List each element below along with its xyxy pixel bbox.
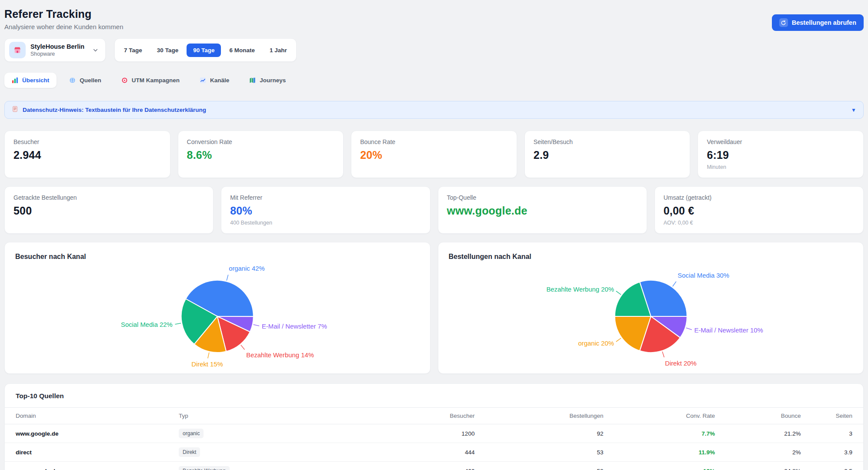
- fetch-orders-label: Bestellungen abrufen: [792, 19, 856, 26]
- kpi-value: 80%: [230, 205, 421, 217]
- tab-journeys[interactable]: Journeys: [242, 73, 293, 88]
- time-range-30-tage[interactable]: 30 Tage: [150, 44, 185, 57]
- bar-chart-icon: [12, 77, 18, 84]
- kpi-label: Verweildauer: [707, 138, 855, 145]
- kpi-label: Conversion Rate: [187, 138, 335, 145]
- page-header: Referer Tracking Analysiere woher deine …: [4, 8, 864, 31]
- top-sources-card: Top-10 Quellen DomainTypBesucherBestellu…: [4, 383, 864, 470]
- type-badge: organic: [179, 429, 204, 438]
- cell-typ: Direkt: [168, 443, 357, 462]
- kpi-label: Top-Quelle: [447, 194, 638, 201]
- cell-conv-rate: 13%: [614, 462, 726, 470]
- tab-bersicht[interactable]: Übersicht: [4, 73, 57, 88]
- cell-domain: www.google.de: [5, 424, 168, 443]
- table-header-row: DomainTypBesucherBestellungenConv. RateB…: [5, 408, 863, 424]
- kpi-value: 20%: [360, 149, 508, 161]
- column-header-seiten: Seiten: [812, 408, 864, 424]
- storefront-icon: [9, 42, 26, 58]
- type-badge: Direkt: [179, 447, 200, 457]
- kpi-card-getrackte-bestellungen: Getrackte Bestellungen500: [4, 186, 214, 234]
- pie-label-bezahlte-werbung: Bezahlte Werbung 20%: [546, 286, 614, 293]
- pie-label-direkt: Direkt 15%: [191, 361, 223, 368]
- cell-domain: www.google.de: [5, 462, 168, 470]
- chart-title: Besucher nach Kanal: [15, 253, 420, 261]
- map-icon: [249, 77, 256, 84]
- column-header-conv-rate: Conv. Rate: [614, 408, 726, 424]
- pie-label-bezahlte-werbung: Bezahlte Werbung 14%: [246, 352, 314, 359]
- cell-besucher: 1200: [357, 424, 485, 443]
- column-header-bounce: Bounce: [726, 408, 811, 424]
- kpi-value: 2.9: [534, 149, 681, 161]
- cell-bounce: 2%: [726, 443, 811, 462]
- kpi-row-2: Getrackte Bestellungen500Mit Referrer80%…: [4, 186, 864, 234]
- table-row[interactable]: directDirekt4445311.9%2%3.9: [5, 443, 863, 462]
- kpi-label: Getrackte Bestellungen: [13, 194, 204, 201]
- column-header-typ: Typ: [168, 408, 357, 424]
- time-range-90-tage[interactable]: 90 Tage: [187, 44, 221, 57]
- target-icon: [121, 77, 128, 84]
- kpi-label: Bounce Rate: [360, 138, 508, 145]
- page-title: Referer Tracking: [4, 8, 124, 20]
- pie-label-leader-line: [208, 352, 209, 358]
- pie-label-leader-line: [616, 338, 621, 342]
- pie-label-leader-line: [672, 282, 676, 286]
- kpi-label: Besucher: [13, 138, 161, 145]
- column-header-domain: Domain: [5, 408, 168, 424]
- tab-kan-le[interactable]: Kanäle: [192, 73, 237, 88]
- referer-tracking-page: Referer Tracking Analysiere woher deine …: [0, 0, 868, 470]
- table-row[interactable]: www.google.deorganic1200927.7%21.2%3: [5, 424, 863, 443]
- tab-label: UTM Kampagnen: [132, 77, 180, 84]
- cell-typ: Bezahlte Werbung: [168, 462, 357, 470]
- banner-expand-caret-icon[interactable]: ▼: [851, 107, 856, 113]
- fetch-orders-button[interactable]: Bestellungen abrufen: [772, 14, 864, 31]
- kpi-subtext: 400 Bestellungen: [230, 220, 421, 226]
- cell-bestellungen: 53: [485, 443, 614, 462]
- pie-label-leader-line: [241, 345, 245, 350]
- time-range-7-tage[interactable]: 7 Tage: [117, 44, 149, 57]
- pie-label-direkt: Direkt 20%: [665, 360, 697, 367]
- tab-quellen[interactable]: Quellen: [62, 73, 109, 88]
- kpi-subtext: AOV: 0,00 €: [664, 220, 855, 226]
- cell-seiten: 2.5: [812, 462, 864, 470]
- document-icon: [12, 106, 18, 114]
- tab-utm-kampagnen[interactable]: UTM Kampagnen: [114, 73, 187, 88]
- line-chart-icon: [200, 77, 206, 84]
- cell-domain: direct: [5, 443, 168, 462]
- kpi-label: Mit Referrer: [230, 194, 421, 201]
- section-tabs: ÜbersichtQuellenUTM KampagnenKanäleJourn…: [4, 73, 864, 88]
- privacy-notice-banner[interactable]: Datenschutz-Hinweis: Textbaustein für Ih…: [4, 101, 864, 119]
- kpi-card-bounce-rate: Bounce Rate20%: [351, 131, 517, 178]
- pie-label-leader-line: [662, 352, 664, 357]
- cell-bounce: 21.2%: [726, 424, 811, 443]
- pie-label-organic: organic 42%: [229, 265, 264, 272]
- chevron-down-icon: [93, 47, 98, 53]
- tab-label: Journeys: [260, 77, 286, 84]
- chart-title: Bestellungen nach Kanal: [449, 253, 853, 261]
- kpi-card-umsatz-getrackt: Umsatz (getrackt)0,00 €AOV: 0,00 €: [654, 186, 864, 234]
- tab-label: Übersicht: [22, 77, 49, 84]
- store-selector[interactable]: StyleHouse Berlin Shopware: [4, 38, 106, 62]
- cell-seiten: 3.9: [812, 443, 864, 462]
- pie-label-leader-line: [686, 328, 691, 329]
- store-name: StyleHouse Berlin: [30, 43, 84, 50]
- kpi-value: 6:19: [707, 149, 855, 161]
- kpi-row-1: Besucher2.944Conversion Rate8.6%Bounce R…: [4, 131, 864, 178]
- time-range-6-monate[interactable]: 6 Monate: [223, 44, 261, 57]
- kpi-label: Seiten/Besuch: [534, 138, 681, 145]
- store-info: StyleHouse Berlin Shopware: [30, 43, 84, 57]
- cell-seiten: 3: [812, 424, 864, 443]
- table-row[interactable]: www.google.deBezahlte Werbung4005213%24.…: [5, 462, 863, 470]
- globe-icon: [69, 77, 76, 84]
- table-title: Top-10 Quellen: [5, 384, 863, 407]
- tab-label: Kanäle: [210, 77, 229, 84]
- kpi-card-seiten-besuch: Seiten/Besuch2.9: [524, 131, 691, 178]
- tab-label: Quellen: [80, 77, 101, 84]
- store-platform: Shopware: [30, 51, 84, 57]
- pie-label-leader-line: [227, 275, 228, 280]
- time-range-tabs: 7 Tage30 Tage90 Tage6 Monate1 Jahr: [114, 38, 297, 62]
- time-range-1-jahr[interactable]: 1 Jahr: [263, 44, 294, 57]
- pie-label-leader-line: [616, 291, 621, 295]
- column-header-bestellungen: Bestellungen: [485, 408, 614, 424]
- cell-besucher: 444: [357, 443, 485, 462]
- kpi-value: www.google.de: [447, 205, 638, 217]
